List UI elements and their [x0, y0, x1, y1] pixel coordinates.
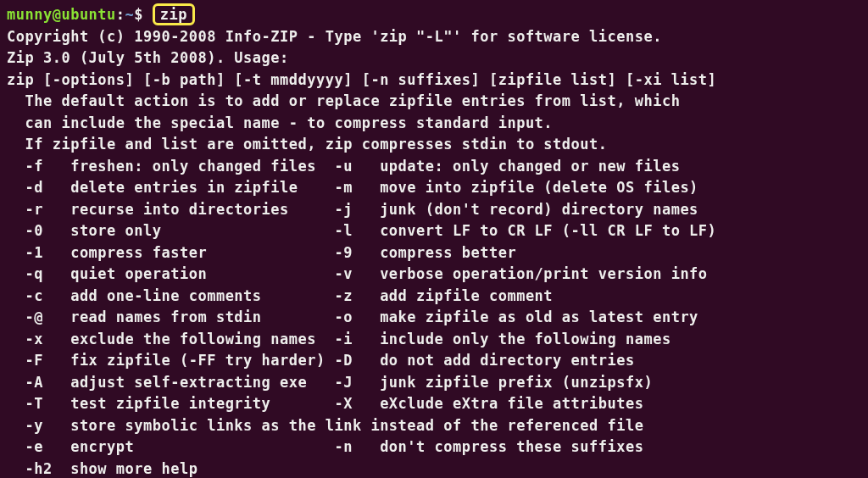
command-input[interactable]: zip [153, 3, 195, 25]
option-x: -x exclude the following names -i includ… [7, 329, 861, 351]
option-r: -r recurse into directories -j junk (don… [7, 199, 861, 221]
option-y: -y store symbolic links as the link inst… [7, 415, 861, 437]
prompt-path: ~ [125, 6, 135, 23]
prompt-dollar: $ [134, 6, 143, 23]
output-desc3: If zipfile and list are omitted, zip com… [7, 134, 861, 156]
output-desc2: can include the special name - to compre… [7, 113, 861, 135]
output-desc1: The default action is to add or replace … [7, 91, 861, 113]
option-F: -F fix zipfile (-FF try harder) -D do no… [7, 350, 861, 372]
option-c: -c add one-line comments -z add zipfile … [7, 286, 861, 308]
prompt-colon: : [116, 6, 125, 23]
output-copyright: Copyright (c) 1990-2008 Info-ZIP - Type … [7, 26, 861, 48]
output-version-usage: Zip 3.0 (July 5th 2008). Usage: [7, 47, 861, 69]
option-q: -q quiet operation -v verbose operation/… [7, 264, 861, 286]
option-0: -0 store only -l convert LF to CR LF (-l… [7, 220, 861, 242]
option-at: -@ read names from stdin -o make zipfile… [7, 307, 861, 329]
option-A: -A adjust self-extracting exe -J junk zi… [7, 372, 861, 394]
option-T: -T test zipfile integrity -X eXclude eXt… [7, 393, 861, 415]
prompt-user-host: munny@ubuntu [7, 6, 116, 23]
option-e: -e encrypt -n don't compress these suffi… [7, 436, 861, 459]
option-f: -f freshen: only changed files -u update… [7, 156, 861, 178]
output-syntax: zip [-options] [-b path] [-t mmddyyyy] [… [7, 69, 861, 92]
prompt-line[interactable]: munny@ubuntu:~$ zip [7, 3, 861, 26]
option-h2: -h2 show more help [7, 459, 861, 479]
option-1: -1 compress faster -9 compress better [7, 242, 861, 264]
option-d: -d delete entries in zipfile -m move int… [7, 177, 861, 199]
